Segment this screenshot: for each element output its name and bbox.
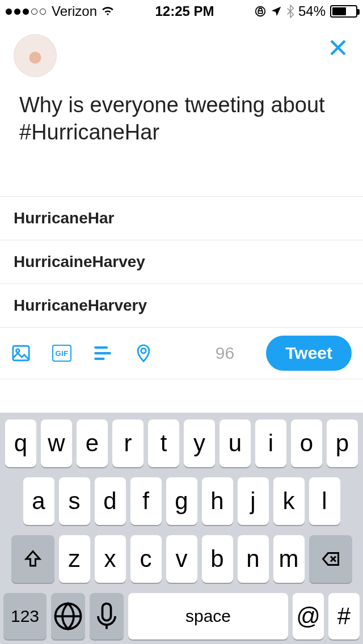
- key-f[interactable]: f: [130, 477, 162, 525]
- orientation-lock-icon: [254, 5, 267, 18]
- key-b[interactable]: b: [202, 535, 233, 583]
- space-key[interactable]: space: [128, 593, 288, 639]
- key-i[interactable]: i: [255, 420, 286, 467]
- key-k[interactable]: k: [273, 477, 305, 525]
- key-j[interactable]: j: [238, 477, 269, 525]
- key-d[interactable]: d: [95, 477, 126, 525]
- suggestion-item[interactable]: HurricaineHarvey: [0, 240, 363, 284]
- carrier-label: Verizon: [52, 3, 97, 19]
- globe-key[interactable]: [51, 593, 85, 639]
- mic-key[interactable]: [90, 593, 124, 639]
- keyboard-row-3: z x c v b n m: [3, 535, 360, 583]
- key-o[interactable]: o: [291, 420, 322, 467]
- suggestion-item[interactable]: HurricaneHar: [0, 197, 363, 240]
- numbers-key[interactable]: 123: [3, 593, 47, 639]
- keyboard-row-2: a s d f g h j k l: [3, 477, 360, 525]
- keyboard-row-4: 123 space @ #: [3, 593, 360, 639]
- gif-icon[interactable]: GIF: [52, 345, 71, 362]
- key-q[interactable]: q: [5, 420, 36, 467]
- key-m[interactable]: m: [273, 535, 305, 583]
- svg-rect-5: [103, 604, 111, 621]
- bluetooth-icon: [286, 5, 295, 18]
- signal-dots-icon: [6, 9, 46, 15]
- hashtag-suggestions: HurricaneHar HurricaineHarvey HurricaneH…: [0, 196, 363, 328]
- key-t[interactable]: t: [148, 420, 179, 467]
- compose-textarea[interactable]: Why is everyone tweeting about #Hurrican…: [0, 83, 363, 196]
- key-z[interactable]: z: [59, 535, 90, 583]
- compose-header: [0, 23, 363, 83]
- svg-point-3: [141, 349, 146, 354]
- wifi-icon: [100, 3, 115, 19]
- shift-key[interactable]: [11, 535, 54, 583]
- close-button[interactable]: [328, 37, 348, 60]
- status-right: 54%: [254, 3, 357, 19]
- suggestion-item[interactable]: HurricaneHarvery: [0, 284, 363, 328]
- status-time: 12:25 PM: [115, 3, 254, 19]
- tweet-button[interactable]: Tweet: [266, 336, 352, 371]
- status-left: Verizon: [6, 3, 115, 19]
- status-bar: Verizon 12:25 PM 54%: [0, 0, 363, 23]
- key-w[interactable]: w: [41, 420, 72, 467]
- character-count: 96: [216, 344, 234, 363]
- key-c[interactable]: c: [130, 535, 162, 583]
- key-e[interactable]: e: [77, 420, 108, 467]
- key-s[interactable]: s: [59, 477, 90, 525]
- photo-icon[interactable]: [11, 344, 31, 363]
- key-x[interactable]: x: [95, 535, 126, 583]
- key-r[interactable]: r: [112, 420, 143, 467]
- svg-point-2: [16, 349, 20, 353]
- battery-percent: 54%: [298, 3, 326, 19]
- key-n[interactable]: n: [238, 535, 269, 583]
- key-u[interactable]: u: [220, 420, 251, 467]
- backspace-key[interactable]: [309, 535, 352, 583]
- key-p[interactable]: p: [327, 420, 358, 467]
- poll-icon[interactable]: [93, 344, 112, 363]
- key-a[interactable]: a: [23, 477, 54, 525]
- key-g[interactable]: g: [166, 477, 197, 525]
- keyboard-row-1: q w e r t y u i o p: [3, 420, 360, 467]
- battery-icon: [330, 5, 357, 18]
- keyboard: q w e r t y u i o p a s d f g h j k l z …: [0, 413, 363, 644]
- hash-key[interactable]: #: [328, 593, 360, 639]
- compose-toolbar: GIF 96 Tweet: [0, 328, 363, 379]
- key-y[interactable]: y: [184, 420, 215, 467]
- location-arrow-icon: [270, 5, 282, 18]
- key-v[interactable]: v: [166, 535, 197, 583]
- avatar[interactable]: [14, 34, 57, 77]
- at-key[interactable]: @: [293, 593, 324, 639]
- location-icon[interactable]: [134, 344, 153, 363]
- key-h[interactable]: h: [202, 477, 233, 525]
- key-l[interactable]: l: [309, 477, 340, 525]
